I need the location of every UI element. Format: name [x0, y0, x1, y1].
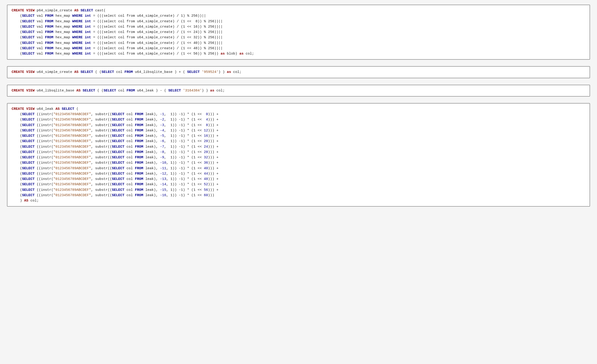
code-block-u64-leak: CREATE VIEW u64_leak AS SELECT ( (SELECT… [7, 103, 590, 207]
code-block-u64-simple: CREATE VIEW u64_simple_create AS SELECT … [7, 66, 590, 78]
code-block-u64-libsqlite: CREATE VIEW u64_libsqlite_base AS SELECT… [7, 85, 590, 96]
code-block-p64: CREATE VIEW p64_simple_create AS SELECT … [7, 5, 590, 60]
